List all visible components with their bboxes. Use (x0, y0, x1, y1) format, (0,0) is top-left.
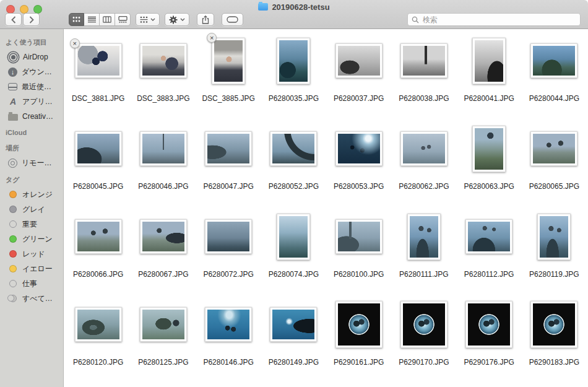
sidebar-item-creative[interactable]: Creativ… (0, 109, 63, 124)
tag-ring (9, 280, 17, 287)
tag-button[interactable] (222, 13, 243, 26)
thumbnail-frame (270, 131, 317, 166)
file-item[interactable]: P6280053.JPG (326, 120, 391, 207)
file-name: P6280072.JPG (203, 270, 253, 279)
folder-icon (8, 114, 18, 121)
sidebar-item-tag-yellow[interactable]: イエロー (0, 261, 63, 276)
sidebar-item-remote-disc[interactable]: リモー… (0, 155, 63, 170)
sidebar-item-label: すべて… (22, 294, 53, 304)
sidebar-section-header: タグ (0, 170, 63, 187)
thumbnail-image (142, 310, 184, 339)
remove-badge[interactable]: × (207, 33, 217, 43)
share-button[interactable] (197, 13, 214, 26)
chevron-right-icon (29, 16, 34, 24)
column-view-button[interactable] (100, 13, 115, 26)
sidebar-item-tag-green[interactable]: グリーン (0, 232, 63, 246)
sidebar-item-tag-orange[interactable]: オレンジ (0, 187, 63, 202)
forward-button[interactable] (23, 13, 40, 26)
back-button[interactable] (5, 13, 22, 26)
file-item[interactable]: P6290170.JPG (391, 295, 456, 383)
icon-view-button[interactable] (69, 13, 84, 26)
file-item[interactable]: P6280047.JPG (196, 120, 261, 207)
thumbnail-image (272, 310, 314, 339)
thumbnail-area (400, 295, 447, 354)
file-item[interactable]: P6280111.JPG (391, 207, 456, 295)
thumbnail-area (205, 207, 252, 266)
thumbnail-image (338, 134, 380, 163)
file-item[interactable]: P6280067.JPG (131, 207, 196, 295)
file-item[interactable]: P6280120.JPG (66, 295, 131, 383)
file-item[interactable]: P6280037.JPG (326, 32, 391, 120)
sidebar-section-header: 場所 (0, 139, 63, 155)
file-item[interactable]: P6290183.JPG (522, 295, 587, 383)
action-button[interactable] (165, 13, 189, 26)
sidebar-item-tag-important[interactable]: 重要 (0, 217, 63, 232)
file-item[interactable]: P6280072.JPG (196, 207, 261, 295)
file-item[interactable]: P6280046.JPG (131, 120, 196, 207)
thumbnail-area: × (75, 32, 122, 90)
file-item[interactable]: P6280146.JPG (196, 295, 261, 383)
search-field[interactable] (407, 13, 581, 26)
file-item[interactable]: P6280100.JPG (326, 207, 391, 295)
thumbnail-frame (75, 219, 122, 254)
thumbnail-frame (472, 38, 506, 84)
file-item[interactable]: P6280041.JPG (457, 32, 522, 120)
file-name: P6290183.JPG (529, 358, 579, 367)
sidebar-item-tag-work[interactable]: 仕事 (0, 276, 63, 291)
close-icon: × (210, 34, 214, 41)
thumbnail-area (335, 295, 383, 354)
file-item[interactable]: P6280074.JPG (261, 207, 326, 295)
tag-dot (9, 206, 17, 213)
file-name: P6290161.JPG (334, 358, 384, 367)
sidebar-item-tag-red[interactable]: レッド (0, 246, 63, 261)
file-item[interactable]: P6290161.JPG (326, 295, 391, 383)
sidebar-item-label: グリーン (22, 234, 53, 245)
airdrop-icon (11, 55, 15, 59)
file-item[interactable]: P6280065.JPG (522, 120, 587, 207)
file-item[interactable]: P6280063.JPG (457, 120, 522, 207)
sidebar-item-airdrop[interactable]: AirDrop (0, 50, 63, 64)
search-input[interactable] (422, 15, 576, 25)
sidebar-item-tag-all[interactable]: すべて… (0, 291, 63, 306)
file-item[interactable]: P6280062.JPG (391, 120, 456, 207)
thumbnail-frame (277, 38, 310, 84)
file-item[interactable]: P6280045.JPG (66, 120, 131, 207)
file-item[interactable]: ×DSC_3885.JPG (196, 32, 261, 120)
gallery-view-button[interactable] (115, 13, 131, 26)
icon-view-icon (72, 16, 80, 23)
file-item[interactable]: P6280112.JPG (457, 207, 522, 295)
file-name: P6280038.JPG (399, 94, 449, 103)
remove-badge[interactable]: × (70, 38, 80, 48)
file-name: P6280074.JPG (269, 270, 319, 279)
thumbnail-area (140, 295, 187, 354)
thumbnail-image (207, 310, 249, 339)
thumbnail-area (530, 32, 577, 90)
file-item[interactable]: P6280038.JPG (391, 32, 456, 120)
list-view-button[interactable] (84, 13, 100, 26)
sidebar-item-applications[interactable]: アプリ… (0, 94, 63, 109)
file-name: P6280111.JPG (399, 270, 449, 279)
sidebar-item-label: オレンジ (22, 189, 53, 200)
file-item[interactable]: P6280119.JPG (522, 207, 587, 295)
file-item[interactable]: P6280044.JPG (522, 32, 587, 120)
file-item[interactable]: P6280125.JPG (131, 295, 196, 383)
thumbnail-frame (530, 301, 577, 348)
file-name: P6280047.JPG (203, 182, 253, 191)
file-item[interactable]: DSC_3883.JPG (131, 32, 196, 120)
file-item[interactable]: P6280035.JPG (261, 32, 326, 120)
file-name: P6280062.JPG (399, 182, 449, 191)
sidebar: よく使う項目AirDropダウン…最近使…アプリ…Creativ…iCloud場… (0, 29, 64, 387)
file-item[interactable]: P6290176.JPG (457, 295, 522, 383)
file-name: DSC_3883.JPG (137, 94, 189, 103)
file-item[interactable]: P6280066.JPG (66, 207, 131, 295)
file-item[interactable]: ×DSC_3881.JPG (66, 32, 131, 120)
group-by-button[interactable] (136, 13, 160, 26)
sidebar-item-downloads[interactable]: ダウン… (0, 64, 63, 79)
thumbnail-area (75, 295, 122, 354)
file-name: DSC_3881.JPG (72, 94, 124, 103)
file-name: P6280044.JPG (529, 94, 579, 103)
file-item[interactable]: P6280052.JPG (261, 120, 326, 207)
sidebar-item-tag-gray[interactable]: グレイ (0, 202, 63, 217)
file-item[interactable]: P6280149.JPG (261, 295, 326, 383)
sidebar-item-recents[interactable]: 最近使… (0, 79, 63, 94)
